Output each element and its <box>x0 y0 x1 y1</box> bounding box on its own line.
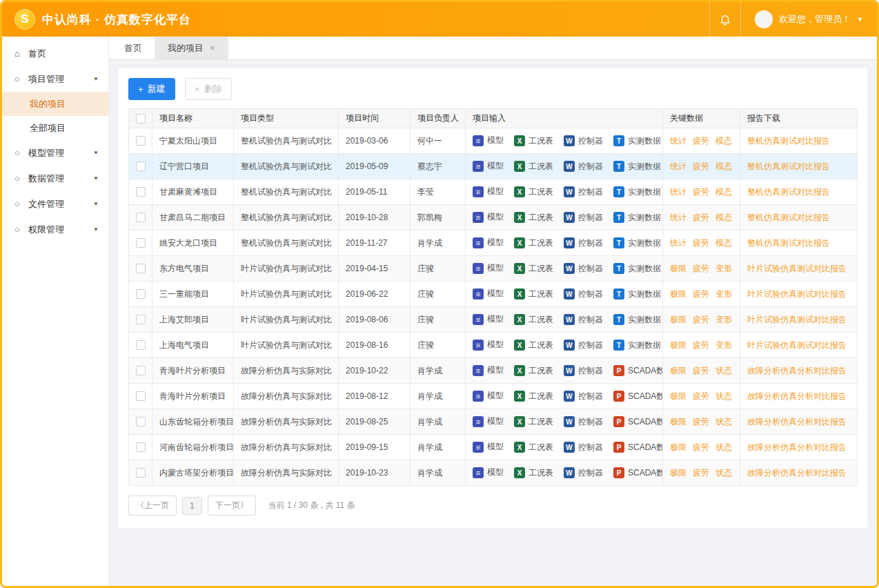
key-data-link[interactable]: 疲劳 <box>693 468 709 478</box>
key-data-link[interactable]: 疲劳 <box>693 238 709 248</box>
report-download-link[interactable]: 叶片试验仿真测试对比报告 <box>747 315 847 324</box>
key-data-link[interactable]: 极限 <box>670 442 687 452</box>
sidebar-item-model-management[interactable]: ○模型管理▼ <box>2 140 108 166</box>
key-data-link[interactable]: 极限 <box>670 468 687 478</box>
key-data-link[interactable]: 极限 <box>670 315 687 324</box>
report-download-link[interactable]: 叶片试验仿真测试对比报告 <box>747 340 847 350</box>
report-download-link[interactable]: 叶片试验仿真测试对比报告 <box>747 264 847 273</box>
report-download-link[interactable]: 故障分析仿真分析对比报告 <box>747 391 847 401</box>
page-number-button[interactable]: 1 <box>182 497 202 515</box>
delete-button[interactable]: × 删除 <box>185 78 232 100</box>
row-checkbox[interactable] <box>136 161 146 171</box>
sidebar-item-label: 文件管理 <box>28 198 64 210</box>
key-data-link[interactable]: 模态 <box>715 213 732 222</box>
close-icon[interactable]: × <box>210 43 215 52</box>
row-checkbox[interactable] <box>136 366 146 375</box>
key-data-link[interactable]: 疲劳 <box>693 264 709 273</box>
scada-icon: P <box>613 391 624 402</box>
report-download-link[interactable]: 故障分析仿真分析对比报告 <box>747 468 847 478</box>
notification-bell-button[interactable] <box>709 2 741 37</box>
key-data-link[interactable]: 模态 <box>715 187 732 197</box>
report-download-link[interactable]: 故障分析仿真分析对比报告 <box>747 417 847 427</box>
key-data-link[interactable]: 状态 <box>715 391 732 401</box>
sidebar-item-project-management[interactable]: ○项目管理▼ <box>2 66 108 92</box>
key-data-link[interactable]: 统计 <box>670 161 687 171</box>
key-data-link[interactable]: 疲劳 <box>693 161 709 171</box>
sidebar-item-my-projects[interactable]: 我的项目 <box>2 92 108 116</box>
project-name: 青海叶片分析项目 <box>152 358 234 384</box>
user-menu[interactable]: 欢迎您，管理员！ ▼ <box>741 2 877 37</box>
next-page-button[interactable]: 下一页》 <box>208 496 256 516</box>
key-data-link[interactable]: 变形 <box>715 289 732 299</box>
row-checkbox[interactable] <box>136 391 146 401</box>
tab-home[interactable]: 首页 <box>112 37 155 59</box>
tab-my-projects[interactable]: 我的项目 × <box>155 37 228 59</box>
report-download-link[interactable]: 故障分析仿真分析对比报告 <box>747 442 847 452</box>
key-data-link[interactable]: 极限 <box>670 264 687 273</box>
project-input-label: 工况表 <box>529 212 553 224</box>
project-input-label: 模型 <box>487 211 504 223</box>
report-cell: 故障分析仿真分析对比报告 <box>740 358 858 384</box>
key-data-link[interactable]: 状态 <box>715 442 732 452</box>
row-checkbox[interactable] <box>136 468 146 478</box>
row-checkbox[interactable] <box>136 417 146 427</box>
row-checkbox[interactable] <box>136 442 146 452</box>
key-data-link[interactable]: 状态 <box>715 366 732 375</box>
key-data-link[interactable]: 疲劳 <box>693 366 709 375</box>
key-data-link[interactable]: 疲劳 <box>693 417 709 427</box>
sidebar-item-data-management[interactable]: ○数据管理▼ <box>2 166 108 191</box>
key-data-link[interactable]: 模态 <box>715 161 732 171</box>
key-data-link[interactable]: 疲劳 <box>693 315 709 324</box>
table-row: 甘肃昌马二期项目整机试验仿真与测试对比2019-10-28郭凯梅≡模型X工况表W… <box>129 205 858 231</box>
key-data-link[interactable]: 变形 <box>715 264 732 273</box>
key-data-link[interactable]: 状态 <box>715 468 732 478</box>
key-data-link[interactable]: 变形 <box>715 340 732 350</box>
prev-page-button[interactable]: 《上一页 <box>128 496 177 516</box>
key-data-link[interactable]: 极限 <box>670 417 687 427</box>
scada-icon: P <box>613 416 624 427</box>
key-data-link[interactable]: 模态 <box>715 136 732 146</box>
key-data-link[interactable]: 极限 <box>670 340 687 350</box>
key-data-link[interactable]: 疲劳 <box>693 213 709 222</box>
row-checkbox[interactable] <box>136 187 146 197</box>
row-checkbox[interactable] <box>136 289 146 299</box>
key-data-link[interactable]: 极限 <box>670 391 687 401</box>
key-data-link[interactable]: 疲劳 <box>693 442 709 452</box>
key-data-link[interactable]: 疲劳 <box>693 187 709 197</box>
key-data-link[interactable]: 模态 <box>715 238 732 248</box>
row-checkbox[interactable] <box>136 264 146 273</box>
report-download-link[interactable]: 整机仿真测试对比报告 <box>747 187 830 197</box>
key-data-link[interactable]: 疲劳 <box>693 391 709 401</box>
report-download-link[interactable]: 叶片试验仿真测试对比报告 <box>747 289 847 299</box>
report-download-link[interactable]: 整机仿真测试对比报告 <box>747 213 830 222</box>
key-data-link[interactable]: 统计 <box>670 187 687 197</box>
report-download-link[interactable]: 整机仿真测试对比报告 <box>747 238 830 248</box>
key-data-link[interactable]: 统计 <box>670 136 687 146</box>
key-data-link[interactable]: 极限 <box>670 366 687 375</box>
key-data-link[interactable]: 变形 <box>715 315 732 324</box>
report-download-link[interactable]: 整机仿真测试对比报告 <box>747 161 830 171</box>
sidebar-item-permission-management[interactable]: ○权限管理▼ <box>2 217 108 242</box>
key-data-link[interactable]: 统计 <box>670 238 687 248</box>
project-name: 甘肃昌马二期项目 <box>152 205 234 231</box>
row-checkbox[interactable] <box>136 315 146 324</box>
report-download-link[interactable]: 整机仿真测试对比报告 <box>747 136 830 146</box>
key-data-link[interactable]: 疲劳 <box>693 289 709 299</box>
select-all-checkbox[interactable] <box>136 114 146 124</box>
project-owner: 庄骏 <box>411 307 466 333</box>
row-checkbox[interactable] <box>136 136 146 146</box>
sidebar-item-home[interactable]: ⌂首页 <box>2 41 108 66</box>
key-data-link[interactable]: 状态 <box>715 417 732 427</box>
sidebar-item-all-projects[interactable]: 全部项目 <box>2 116 108 140</box>
row-checkbox[interactable] <box>136 238 146 248</box>
sidebar-item-file-management[interactable]: ○文件管理▼ <box>2 191 108 217</box>
row-checkbox[interactable] <box>136 340 146 350</box>
new-button[interactable]: + 新建 <box>128 78 175 100</box>
key-data-link[interactable]: 疲劳 <box>693 136 709 146</box>
key-data-link[interactable]: 极限 <box>670 289 687 299</box>
row-checkbox[interactable] <box>136 213 146 222</box>
toolbar: + 新建 × 删除 <box>128 78 858 100</box>
report-download-link[interactable]: 故障分析仿真分析对比报告 <box>747 366 847 375</box>
key-data-link[interactable]: 疲劳 <box>693 340 709 350</box>
key-data-link[interactable]: 统计 <box>670 213 687 222</box>
